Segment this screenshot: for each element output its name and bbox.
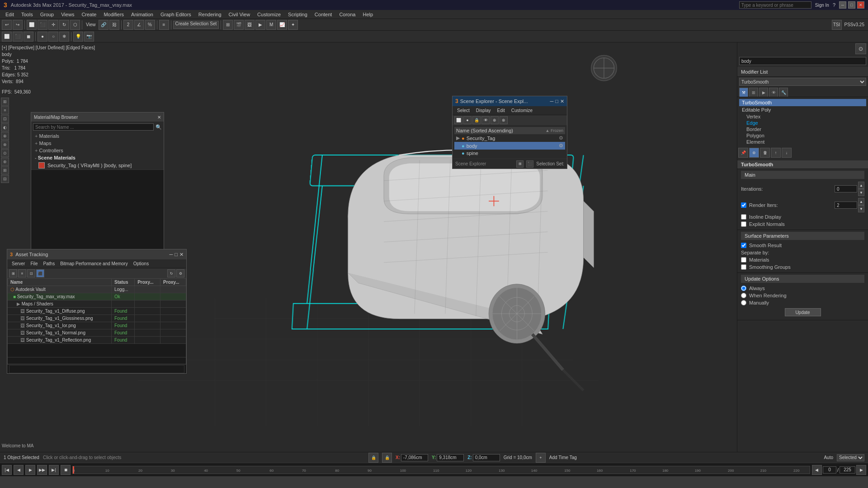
- at-btn-active[interactable]: ⬛: [36, 269, 44, 277]
- vp-icon-4[interactable]: ◐: [1, 123, 9, 131]
- move-btn[interactable]: ✛: [48, 20, 58, 30]
- isolate-btn[interactable]: ●: [38, 32, 47, 42]
- at-menu-options[interactable]: Options: [131, 260, 151, 267]
- mod-sub-polygon[interactable]: Polygon: [739, 132, 866, 139]
- timeline-track[interactable]: 0 10 20 30 40 50 60 70 80 90 100 110 120…: [72, 466, 810, 474]
- sign-in-button[interactable]: Sign In: [815, 3, 829, 8]
- track-view-btn[interactable]: 📈: [277, 20, 287, 30]
- se-tb-btn3[interactable]: 🔒: [472, 116, 481, 124]
- mod-down-btn[interactable]: ↓: [782, 148, 792, 158]
- table-row[interactable]: 🖼 Security_Tag_v1_Ior.png Found: [8, 322, 186, 329]
- viewport[interactable]: [+] [Perspective] [User Defined] [Edged …: [0, 42, 737, 452]
- vp-icon-6[interactable]: ⊗: [1, 141, 9, 149]
- se-tb-btn5[interactable]: ⊕: [491, 116, 499, 124]
- table-row[interactable]: ▶ Maps / Shaders: [8, 300, 186, 308]
- menu-help[interactable]: Help: [359, 11, 377, 18]
- ts-explicit-checkbox[interactable]: [741, 221, 746, 227]
- mod-sub-vertex[interactable]: Vertex: [739, 113, 866, 120]
- z-input[interactable]: [473, 454, 500, 461]
- se-minimize[interactable]: ─: [550, 99, 554, 104]
- render-btn[interactable]: ▶: [255, 20, 265, 30]
- help-icon[interactable]: ?: [833, 2, 835, 8]
- redo-button[interactable]: ↪: [13, 20, 23, 30]
- play-fwd-btn[interactable]: ▶▶: [37, 465, 47, 475]
- se-menu-edit[interactable]: Edit: [495, 107, 508, 114]
- at-menu-bitmap[interactable]: Bitmap Performance and Memory: [57, 260, 131, 267]
- mb-materials-section[interactable]: Materials: [31, 132, 164, 140]
- rp-tab-motion[interactable]: ▶: [759, 88, 768, 97]
- frame-prev-small[interactable]: ◀: [812, 465, 822, 475]
- ts-render-iters-input[interactable]: [835, 202, 857, 209]
- total-frames-input[interactable]: [840, 466, 855, 474]
- close-button[interactable]: ✕: [857, 1, 864, 9]
- scene-btn[interactable]: 🎬: [234, 20, 244, 30]
- freeze-btn[interactable]: ❄: [59, 32, 69, 42]
- at-minimize[interactable]: ─: [170, 252, 173, 258]
- selection-set-dropdown[interactable]: Selected: [837, 454, 864, 461]
- se-menu-select[interactable]: Select: [454, 107, 472, 114]
- search-icon[interactable]: 🔍: [156, 124, 162, 130]
- se-menu-display[interactable]: Display: [473, 107, 494, 114]
- snap-btn[interactable]: 2: [123, 20, 133, 30]
- menu-modifiers[interactable]: Modifiers: [100, 11, 127, 18]
- at-refresh[interactable]: ↻: [167, 269, 175, 277]
- y-input[interactable]: [437, 454, 464, 461]
- menu-tools[interactable]: Tools: [18, 11, 37, 18]
- frame-next-small[interactable]: ▶: [856, 465, 866, 475]
- mb-material-item[interactable]: Security_Tag ( VRayMtl ) [body, spine]: [31, 161, 164, 169]
- scale-btn[interactable]: ⬡: [70, 20, 80, 30]
- rp-tab-modify[interactable]: ⚒: [739, 88, 748, 97]
- wire-btn[interactable]: ◼: [24, 32, 33, 42]
- mat-browser-search-input[interactable]: [33, 123, 154, 131]
- table-row[interactable]: 🖼 Security_Tag_v1_Reflection.png Found: [8, 337, 186, 344]
- se-body-settings[interactable]: ⚙: [559, 143, 563, 149]
- select-btn[interactable]: ⬜: [27, 20, 37, 30]
- at-menu-file[interactable]: File: [28, 260, 40, 267]
- se-tb-btn2[interactable]: ●: [463, 116, 472, 124]
- mb-scene-materials-section[interactable]: Scene Materials: [31, 154, 164, 161]
- menu-group[interactable]: Group: [37, 11, 58, 18]
- at-settings[interactable]: ⚙: [176, 269, 184, 277]
- at-maximize[interactable]: □: [175, 252, 178, 258]
- modifier-dropdown[interactable]: TurboSmooth: [739, 78, 866, 86]
- at-btn-2[interactable]: ≡: [18, 269, 26, 277]
- lock-y-btn[interactable]: 🔒: [382, 453, 392, 463]
- mod-sub-element[interactable]: Element: [739, 139, 866, 145]
- mod-item-turbosmooth[interactable]: TurboSmooth: [739, 99, 866, 106]
- ts-update-button[interactable]: Update: [785, 308, 821, 316]
- link-btn[interactable]: 🔗: [99, 20, 108, 30]
- table-row[interactable]: ■ Security_Tag_max_vray.max Ok: [8, 293, 186, 300]
- mod-delete-btn[interactable]: 🗑: [760, 148, 770, 158]
- mat-editor-btn[interactable]: M: [266, 20, 276, 30]
- ts-render-iters-down[interactable]: ▼: [858, 205, 864, 212]
- create-selection-dropdown[interactable]: Create Selection Set: [173, 21, 219, 29]
- se-tb-btn6[interactable]: ⊗: [500, 116, 508, 124]
- play-prev-btn[interactable]: |◀: [2, 465, 12, 475]
- table-row[interactable]: ⬡ Autodesk Vault Logg...: [8, 286, 186, 293]
- ts-iterations-down[interactable]: ▼: [858, 189, 864, 196]
- table-row[interactable]: 🖼 Security_Tag_v1_Diffuse.png Found: [8, 308, 186, 315]
- se-item-security-tag[interactable]: ▶ ● Security_Tag ⚙: [454, 134, 565, 142]
- mod-up-btn[interactable]: ↑: [771, 148, 781, 158]
- lock-x-btn[interactable]: 🔒: [368, 453, 378, 463]
- table-row[interactable]: 🖼 Security_Tag_v1_Normal.png Found: [8, 329, 186, 337]
- camera-btn[interactable]: 📷: [84, 32, 94, 42]
- prev-frame-btn[interactable]: ◀: [14, 465, 24, 475]
- maximize-button[interactable]: □: [848, 1, 855, 9]
- mod-sub-edge[interactable]: Edge: [739, 120, 866, 126]
- rp-tab-utilities[interactable]: 🔧: [779, 88, 788, 97]
- mb-controllers-section[interactable]: Controllers: [31, 147, 164, 154]
- at-menu-server[interactable]: Server: [9, 260, 28, 267]
- menu-customize[interactable]: Customize: [254, 11, 284, 18]
- vp-icon-3[interactable]: ⊡: [1, 115, 9, 123]
- se-item-body[interactable]: ● body ⚙: [454, 142, 565, 150]
- vp-icon-5[interactable]: ⊕: [1, 132, 9, 140]
- snap-percent-btn[interactable]: %: [145, 20, 155, 30]
- ts-update-header[interactable]: Update Options: [741, 275, 864, 283]
- menu-graph-editors[interactable]: Graph Editors: [157, 11, 195, 18]
- ts-smoothing-groups-checkbox[interactable]: [741, 264, 746, 270]
- se-tb-btn4[interactable]: 👁: [481, 116, 490, 124]
- x-input[interactable]: [401, 454, 428, 461]
- ts-iterations-input[interactable]: [835, 185, 857, 192]
- undo-button[interactable]: ↩: [2, 20, 12, 30]
